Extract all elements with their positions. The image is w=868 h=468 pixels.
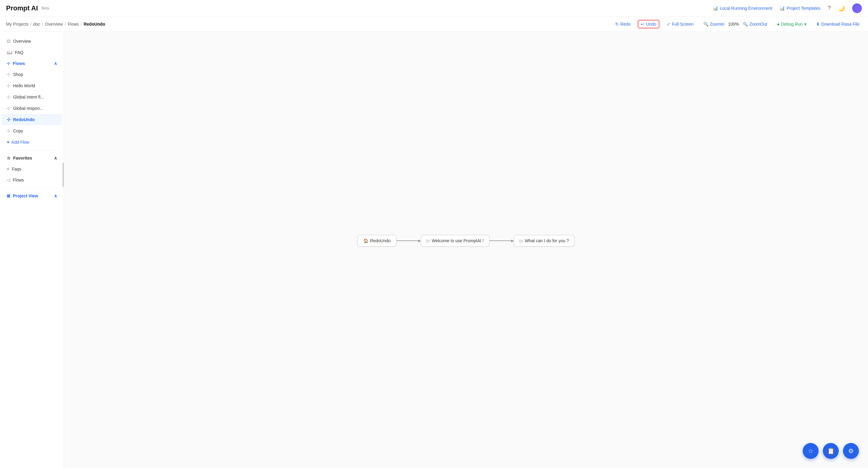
undo-button[interactable]: ↩ Undo (638, 20, 659, 28)
sidebar-divider-2 (4, 188, 60, 188)
breadcrumb-overview[interactable]: Overview (45, 22, 63, 27)
zoomin-icon: 🔍 (703, 22, 709, 27)
debug-chevron-icon: ▾ (804, 22, 806, 27)
action-node-icon: ▷ (427, 238, 430, 243)
settings-fab[interactable]: ⚙ (843, 443, 859, 459)
sidebar-section-favorites[interactable]: ☆ Favorites ∧ (2, 153, 62, 163)
app-name: Prompt AI (6, 4, 38, 12)
sidebar-item-global-respon[interactable]: ⊹ Global respon... (2, 103, 62, 114)
flow-canvas: 🏠 RedoUndo ▶ ▷ Welcome to use PromptAI !… (64, 32, 868, 468)
favorites-collapse-icon: ∧ (54, 155, 57, 160)
global-respon-flow-icon: ⊹ (7, 106, 11, 111)
flow-node-question[interactable]: ▷ What can I do for you ? (514, 235, 575, 246)
start-node-icon: 🏠 (363, 238, 368, 243)
dark-mode-button[interactable]: 🌙 (838, 5, 845, 11)
flows-section-icon: ⊹ (7, 61, 10, 66)
sidebar-item-copy[interactable]: ⊹ Copy (2, 125, 62, 136)
question-node-icon: ▷ (520, 238, 523, 243)
sidebar-section-project-view[interactable]: ⊠ Project View ∧ (2, 191, 62, 201)
redo-icon: ↻ (615, 22, 619, 27)
copy-flow-icon: ⊹ (7, 128, 11, 134)
fab-settings-icon: ⚙ (848, 447, 854, 455)
sidebar-item-faq[interactable]: 📖 FAQ (2, 47, 62, 58)
beta-badge: Beta (41, 6, 49, 10)
fullscreen-icon: ⤢ (667, 22, 670, 27)
add-icon: + (7, 140, 9, 145)
star-icon: ☆ (7, 155, 11, 160)
breadcrumb-bar: My Projects / doc / Overview / Flows / R… (0, 17, 868, 32)
zoomin-button[interactable]: 🔍 ZoomIn (701, 21, 727, 28)
top-nav: Prompt AI Beta 📊 Local Running Environme… (0, 0, 868, 17)
faqs-icon: ≡ (7, 166, 9, 172)
floating-action-buttons: ☆ 📋 ⚙ (803, 443, 859, 459)
sidebar-item-faqs[interactable]: ≡ Faqs (2, 164, 62, 174)
redo-button[interactable]: ↻ Redo (613, 21, 633, 28)
breadcrumb: My Projects / doc / Overview / Flows / R… (6, 22, 105, 27)
zoomout-button[interactable]: 🔍 ZoomOut (740, 21, 770, 28)
flow-node-start[interactable]: 🏠 RedoUndo (358, 235, 397, 246)
top-nav-right: 📊 Local Running Environment 📊 Project Te… (713, 3, 862, 13)
sidebar-item-flows-fav[interactable]: ◁ Flows (2, 175, 62, 185)
help-button[interactable]: ? (828, 5, 831, 11)
canvas-area[interactable]: 🏠 RedoUndo ▶ ▷ Welcome to use PromptAI !… (64, 32, 868, 468)
main-layout: ⊟ Overview 📖 FAQ ⊹ Flows ∧ ⊹ Shop ⊹ Hell… (0, 32, 868, 468)
overview-icon: ⊟ (7, 38, 11, 44)
fab-copy-icon: 📋 (827, 447, 835, 455)
project-templates-link[interactable]: 📊 Project Templates (780, 6, 820, 11)
sidebar-item-shop[interactable]: ⊹ Shop (2, 69, 62, 80)
zoomout-icon: 🔍 (743, 22, 748, 27)
flow-connector-2: ▶ (490, 239, 514, 243)
helloworld-flow-icon: ⊹ (7, 83, 11, 88)
sidebar: ⊟ Overview 📖 FAQ ⊹ Flows ∧ ⊹ Shop ⊹ Hell… (0, 32, 64, 468)
breadcrumb-flows[interactable]: Flows (68, 22, 79, 27)
copy-fab[interactable]: 📋 (823, 443, 839, 459)
redoundo-flow-icon: ⊹ (7, 117, 11, 122)
flow-connector-1: ▶ (397, 239, 421, 243)
project-view-icon: ⊠ (7, 194, 10, 198)
favorites-fab[interactable]: ☆ (803, 443, 818, 459)
global-intent-flow-icon: ⊹ (7, 94, 11, 100)
sidebar-item-redoundo[interactable]: ⊹ RedoUndo (2, 114, 62, 125)
sidebar-section-flows[interactable]: ⊹ Flows ∧ (2, 58, 62, 69)
download-rasa-button[interactable]: ⬇ Download Rasa File (814, 21, 862, 28)
zoom-percent: 100% (728, 22, 739, 27)
local-env-icon: 📊 (713, 6, 718, 11)
arrow-icon-1: ▶ (418, 239, 421, 243)
sidebar-scrollbar[interactable] (62, 32, 64, 468)
flow-diagram: 🏠 RedoUndo ▶ ▷ Welcome to use PromptAI !… (358, 235, 575, 246)
sidebar-divider (4, 150, 60, 150)
local-env-link[interactable]: 📊 Local Running Environment (713, 6, 772, 11)
fab-star-icon: ☆ (808, 447, 813, 455)
logo-area: Prompt AI Beta (6, 4, 49, 12)
shop-flow-icon: ⊹ (7, 72, 11, 77)
sidebar-item-overview[interactable]: ⊟ Overview (2, 36, 62, 47)
debug-icon: ● (777, 22, 779, 27)
debug-run-button[interactable]: ● Debug Run ▾ (774, 21, 808, 28)
toolbar: ↻ Redo ↩ Undo ⤢ Full Screen 🔍 ZoomIn 100… (613, 20, 862, 28)
sidebar-item-helloworld[interactable]: ⊹ Hello World (2, 80, 62, 91)
project-view-expand-icon: ∧ (54, 194, 57, 198)
undo-icon: ↩ (641, 22, 645, 27)
breadcrumb-doc[interactable]: doc (33, 22, 40, 27)
avatar[interactable] (852, 3, 862, 13)
flows-fav-icon: ◁ (7, 177, 10, 183)
flows-collapse-icon: ∧ (54, 61, 57, 66)
flow-node-welcome[interactable]: ▷ Welcome to use PromptAI ! (421, 235, 490, 246)
sidebar-scroll-thumb (63, 163, 64, 187)
faq-icon: 📖 (7, 50, 12, 55)
templates-icon: 📊 (780, 6, 785, 11)
sidebar-item-global-intent[interactable]: ⊹ Global intent fl... (2, 91, 62, 103)
breadcrumb-current: RedoUndo (84, 22, 105, 27)
fullscreen-button[interactable]: ⤢ Full Screen (664, 21, 696, 28)
arrow-icon-2: ▶ (511, 239, 514, 243)
breadcrumb-my-projects[interactable]: My Projects (6, 22, 28, 27)
download-icon: ⬇ (816, 22, 820, 27)
add-flow-button[interactable]: + Add Flow (2, 137, 62, 148)
zoom-group: 🔍 ZoomIn 100% 🔍 ZoomOut (701, 21, 770, 28)
